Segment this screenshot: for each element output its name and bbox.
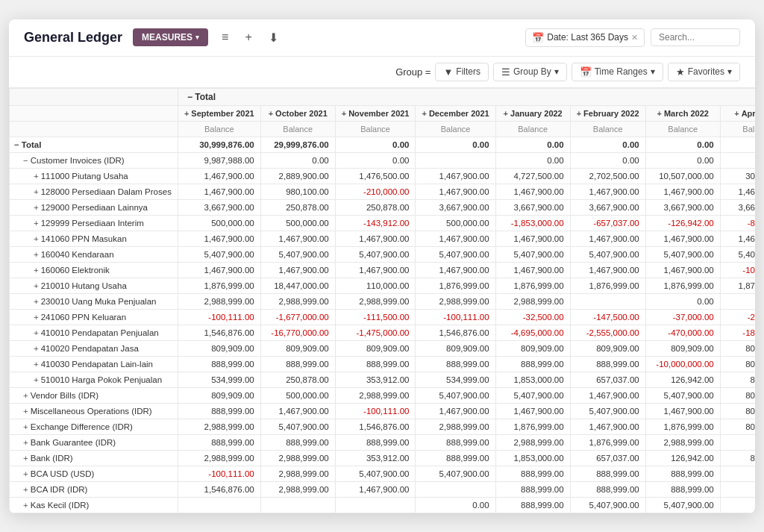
row-value: -16,770,000.00 [260,325,335,340]
row-value: 534,999.00 [178,372,260,387]
row-label: +129000 Persediaan Lainnya [10,199,178,215]
table-row: +BCA IDR (IDR)1,546,876.002,988,999.001,… [10,481,756,497]
group-by-arrow: ▾ [554,66,559,77]
row-value: 5,407,900.00 [570,497,645,513]
table-row: +111000 Piutang Usaha1,467,900.002,889,9… [10,168,756,184]
table-row: +129000 Persediaan Lainnya3,667,900.0025… [10,199,756,215]
time-ranges-button[interactable]: 📅 Time Ranges ▾ [572,63,663,81]
row-value: 1,876,999.00 [570,434,645,450]
row-value [720,293,755,309]
balance-nov: Balance [335,121,416,137]
row-value: 500,000.00 [260,215,335,231]
row-value: 1,476,500.00 [335,168,416,184]
equals-icon-button[interactable]: ≡ [219,29,231,46]
row-value: 809,909.00 [720,356,755,372]
row-value: 0.00 [720,137,755,152]
row-value: 809,909.00 [495,340,570,356]
row-label: −Total [10,137,178,152]
row-value: 1,467,900.00 [416,231,495,246]
row-value: 5,407,900.00 [645,387,720,403]
month-dec: +December 2021 [416,105,495,121]
row-value [570,293,645,309]
group-icon: ☰ [501,66,510,78]
spacer-header [10,105,178,121]
row-value: 1,546,876.00 [416,325,495,340]
row-value: 1,546,876.00 [178,481,260,497]
group-label: Group = [395,66,430,78]
row-label: +BCA USD (USD) [10,466,178,481]
filter-icon: ▼ [443,66,453,78]
search-input[interactable] [651,28,740,46]
row-value: 308,000.00 [720,168,755,184]
row-label: −Customer Invoices (IDR) [10,152,178,168]
row-value: 1,546,876.00 [335,419,416,434]
row-value: 809,909.00 [720,403,755,419]
row-value: 1,467,900.00 [178,168,260,184]
row-label: +241060 PPN Keluaran [10,309,178,325]
row-value: 1,467,900.00 [570,419,645,434]
month-jan: +January 2022 [495,105,570,121]
header-left: General Ledger MEASURES ▾ ≡ + ⬇ [24,28,281,46]
table-row: +410020 Pendapatan Jasa809,909.00809,909… [10,340,756,356]
table-row: +Bank Guarantee (IDR)888,999.00888,999.0… [10,434,756,450]
row-value: 18,447,000.00 [260,278,335,293]
row-value: 888,999.00 [495,481,570,497]
toolbar: Group = ▼ Filters ☰ Group By ▾ 📅 Time Ra… [9,57,755,88]
row-value: -100,000.00 [720,262,755,278]
row-value: 809,909.00 [260,340,335,356]
row-value: 2,988,999.00 [335,387,416,403]
row-value: -37,000.00 [645,309,720,325]
row-value: 1,467,900.00 [178,262,260,278]
row-label: +Miscellaneous Operations (IDR) [10,403,178,419]
row-value: 353,912.00 [335,450,416,466]
row-value: 500,000.00 [260,387,335,403]
row-value: 888,999.00 [570,481,645,497]
row-value: 888,999.00 [260,434,335,450]
row-value: -1,475,000.00 [335,325,416,340]
row-value: 80,000.00 [720,372,755,387]
row-value: 353,912.00 [335,372,416,387]
row-value [416,152,495,168]
row-value: 5,407,900.00 [260,246,335,262]
star-icon: ★ [676,66,685,78]
row-label: +128000 Persediaan Dalam Proses [10,184,178,199]
row-value: 5,407,900.00 [495,387,570,403]
row-value: 2,889,900.00 [260,168,335,184]
table-row: −Total30,999,876.0029,999,876.000.000.00… [10,137,756,152]
row-value: 3,667,900.00 [720,199,755,215]
row-value: 30,999,876.00 [178,137,260,152]
row-value: 2,702,500.00 [570,168,645,184]
ledger-table: − Total +September 2021 +October 2021 +N… [9,88,755,513]
download-icon-button[interactable]: ⬇ [266,29,281,46]
filters-button[interactable]: ▼ Filters [435,63,489,81]
row-value: 5,407,900.00 [260,419,335,434]
plus-icon-button[interactable]: + [242,29,254,46]
group-by-button[interactable]: ☰ Group By ▾ [493,63,567,81]
measures-button[interactable]: MEASURES ▾ [133,28,208,46]
row-value: -28,000.00 [720,309,755,325]
row-value: 0.00 [335,137,416,152]
row-value: 888,999.00 [335,356,416,372]
row-value: 809,909.00 [178,387,260,403]
row-value: 1,467,900.00 [495,403,570,419]
row-label: +BCA IDR (IDR) [10,481,178,497]
row-value: 1,467,900.00 [260,262,335,278]
month-apr: +April 2022 [720,105,755,121]
date-filter-clear[interactable]: ✕ [631,33,638,43]
row-value: 3,667,900.00 [570,199,645,215]
row-value: 980,100.00 [260,184,335,199]
date-filter-label: Date: Last 365 Days [547,32,628,43]
row-value: 2,988,999.00 [178,293,260,309]
calendar-icon: 📅 [532,32,544,43]
row-value: 2,988,999.00 [495,434,570,450]
row-value: 1,853,000.00 [495,450,570,466]
row-value [720,466,755,481]
row-value: 2,988,999.00 [178,450,260,466]
favorites-button[interactable]: ★ Favorites ▾ [668,63,740,81]
row-value: 29,999,876.00 [260,137,335,152]
row-value: 3,667,900.00 [645,199,720,215]
row-label: +Bank (IDR) [10,450,178,466]
row-value: 500,000.00 [416,215,495,231]
date-filter[interactable]: 📅 Date: Last 365 Days ✕ [525,28,645,47]
row-value: 2,988,999.00 [495,293,570,309]
